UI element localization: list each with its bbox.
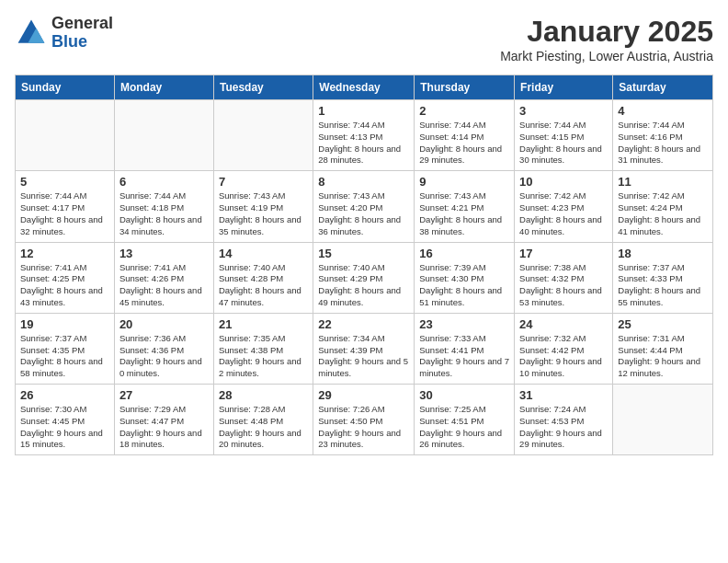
location-title: Markt Piesting, Lower Austria, Austria	[500, 49, 713, 63]
day-info: Sunrise: 7:40 AM Sunset: 4:28 PM Dayligh…	[219, 262, 308, 309]
day-info: Sunrise: 7:41 AM Sunset: 4:26 PM Dayligh…	[119, 262, 209, 309]
logo-icon	[15, 17, 48, 50]
day-number: 19	[20, 317, 109, 331]
day-info: Sunrise: 7:26 AM Sunset: 4:50 PM Dayligh…	[318, 404, 409, 451]
day-number: 17	[519, 247, 608, 260]
calendar-cell: 8Sunrise: 7:43 AM Sunset: 4:20 PM Daylig…	[313, 171, 415, 242]
calendar-cell	[16, 100, 115, 171]
week-row-2: 12Sunrise: 7:41 AM Sunset: 4:25 PM Dayli…	[16, 242, 713, 313]
weekday-friday: Friday	[515, 75, 613, 100]
day-info: Sunrise: 7:28 AM Sunset: 4:48 PM Dayligh…	[219, 404, 308, 451]
day-info: Sunrise: 7:44 AM Sunset: 4:18 PM Dayligh…	[119, 190, 209, 237]
day-number: 16	[419, 247, 509, 260]
calendar-cell: 30Sunrise: 7:25 AM Sunset: 4:51 PM Dayli…	[415, 385, 515, 455]
day-number: 4	[618, 104, 708, 118]
calendar-cell: 22Sunrise: 7:34 AM Sunset: 4:39 PM Dayli…	[313, 313, 415, 384]
day-number: 3	[519, 104, 608, 118]
calendar-cell: 26Sunrise: 7:30 AM Sunset: 4:45 PM Dayli…	[16, 385, 115, 455]
day-info: Sunrise: 7:43 AM Sunset: 4:20 PM Dayligh…	[318, 190, 409, 237]
logo: General Blue	[15, 15, 113, 52]
calendar-cell: 5Sunrise: 7:44 AM Sunset: 4:17 PM Daylig…	[16, 171, 115, 242]
calendar-cell: 6Sunrise: 7:44 AM Sunset: 4:18 PM Daylig…	[114, 171, 213, 242]
day-number: 23	[419, 317, 509, 331]
day-info: Sunrise: 7:40 AM Sunset: 4:29 PM Dayligh…	[318, 262, 409, 309]
page-header: General Blue January 2025 Markt Piesting…	[15, 15, 713, 63]
day-info: Sunrise: 7:43 AM Sunset: 4:21 PM Dayligh…	[419, 190, 509, 237]
calendar-body: 1Sunrise: 7:44 AM Sunset: 4:13 PM Daylig…	[16, 100, 713, 455]
day-number: 10	[519, 175, 608, 189]
day-number: 25	[618, 317, 708, 331]
day-number: 31	[519, 388, 608, 402]
title-block: January 2025 Markt Piesting, Lower Austr…	[500, 15, 713, 63]
calendar-cell: 14Sunrise: 7:40 AM Sunset: 4:28 PM Dayli…	[213, 242, 313, 313]
day-number: 14	[219, 247, 308, 260]
calendar-cell: 10Sunrise: 7:42 AM Sunset: 4:23 PM Dayli…	[515, 171, 613, 242]
weekday-monday: Monday	[114, 75, 213, 100]
day-info: Sunrise: 7:35 AM Sunset: 4:38 PM Dayligh…	[219, 333, 308, 380]
calendar-cell: 1Sunrise: 7:44 AM Sunset: 4:13 PM Daylig…	[313, 100, 415, 171]
logo-text: General Blue	[51, 15, 113, 52]
day-number: 8	[318, 175, 409, 189]
day-info: Sunrise: 7:42 AM Sunset: 4:23 PM Dayligh…	[519, 190, 608, 237]
day-info: Sunrise: 7:44 AM Sunset: 4:13 PM Dayligh…	[318, 120, 409, 167]
day-number: 13	[119, 247, 209, 260]
day-number: 30	[419, 388, 509, 402]
weekday-wednesday: Wednesday	[313, 75, 415, 100]
calendar-cell	[114, 100, 213, 171]
day-number: 9	[419, 175, 509, 189]
day-info: Sunrise: 7:29 AM Sunset: 4:47 PM Dayligh…	[119, 404, 209, 451]
month-title: January 2025	[500, 15, 713, 49]
weekday-header-row: SundayMondayTuesdayWednesdayThursdayFrid…	[16, 75, 713, 100]
calendar-table: SundayMondayTuesdayWednesdayThursdayFrid…	[15, 75, 713, 455]
calendar-cell: 20Sunrise: 7:36 AM Sunset: 4:36 PM Dayli…	[114, 313, 213, 384]
day-number: 24	[519, 317, 608, 331]
day-number: 26	[20, 388, 109, 402]
calendar-cell: 24Sunrise: 7:32 AM Sunset: 4:42 PM Dayli…	[515, 313, 613, 384]
week-row-3: 19Sunrise: 7:37 AM Sunset: 4:35 PM Dayli…	[16, 313, 713, 384]
calendar-cell: 18Sunrise: 7:37 AM Sunset: 4:33 PM Dayli…	[613, 242, 713, 313]
calendar-cell: 28Sunrise: 7:28 AM Sunset: 4:48 PM Dayli…	[213, 385, 313, 455]
day-number: 27	[119, 388, 209, 402]
day-number: 28	[219, 388, 308, 402]
day-info: Sunrise: 7:39 AM Sunset: 4:30 PM Dayligh…	[419, 262, 509, 309]
day-info: Sunrise: 7:32 AM Sunset: 4:42 PM Dayligh…	[519, 333, 608, 380]
day-number: 12	[20, 247, 109, 260]
day-number: 11	[618, 175, 708, 189]
day-number: 20	[119, 317, 209, 331]
weekday-tuesday: Tuesday	[213, 75, 313, 100]
day-number: 7	[219, 175, 308, 189]
day-info: Sunrise: 7:37 AM Sunset: 4:33 PM Dayligh…	[618, 262, 708, 309]
day-number: 22	[318, 317, 409, 331]
day-info: Sunrise: 7:30 AM Sunset: 4:45 PM Dayligh…	[20, 404, 109, 451]
day-info: Sunrise: 7:38 AM Sunset: 4:32 PM Dayligh…	[519, 262, 608, 309]
calendar-cell: 27Sunrise: 7:29 AM Sunset: 4:47 PM Dayli…	[114, 385, 213, 455]
day-info: Sunrise: 7:31 AM Sunset: 4:44 PM Dayligh…	[618, 333, 708, 380]
calendar-cell: 15Sunrise: 7:40 AM Sunset: 4:29 PM Dayli…	[313, 242, 415, 313]
day-number: 29	[318, 388, 409, 402]
day-info: Sunrise: 7:24 AM Sunset: 4:53 PM Dayligh…	[519, 404, 608, 451]
week-row-0: 1Sunrise: 7:44 AM Sunset: 4:13 PM Daylig…	[16, 100, 713, 171]
calendar-cell: 16Sunrise: 7:39 AM Sunset: 4:30 PM Dayli…	[415, 242, 515, 313]
day-number: 1	[318, 104, 409, 118]
day-number: 2	[419, 104, 509, 118]
day-info: Sunrise: 7:44 AM Sunset: 4:14 PM Dayligh…	[419, 120, 509, 167]
day-number: 5	[20, 175, 109, 189]
calendar-cell: 12Sunrise: 7:41 AM Sunset: 4:25 PM Dayli…	[16, 242, 115, 313]
calendar-cell: 11Sunrise: 7:42 AM Sunset: 4:24 PM Dayli…	[613, 171, 713, 242]
calendar-cell: 31Sunrise: 7:24 AM Sunset: 4:53 PM Dayli…	[515, 385, 613, 455]
calendar-cell: 19Sunrise: 7:37 AM Sunset: 4:35 PM Dayli…	[16, 313, 115, 384]
day-number: 15	[318, 247, 409, 260]
day-info: Sunrise: 7:37 AM Sunset: 4:35 PM Dayligh…	[20, 333, 109, 380]
calendar-cell: 29Sunrise: 7:26 AM Sunset: 4:50 PM Dayli…	[313, 385, 415, 455]
calendar-cell: 23Sunrise: 7:33 AM Sunset: 4:41 PM Dayli…	[415, 313, 515, 384]
day-info: Sunrise: 7:36 AM Sunset: 4:36 PM Dayligh…	[119, 333, 209, 380]
calendar-cell: 7Sunrise: 7:43 AM Sunset: 4:19 PM Daylig…	[213, 171, 313, 242]
week-row-1: 5Sunrise: 7:44 AM Sunset: 4:17 PM Daylig…	[16, 171, 713, 242]
day-number: 21	[219, 317, 308, 331]
weekday-thursday: Thursday	[415, 75, 515, 100]
day-info: Sunrise: 7:34 AM Sunset: 4:39 PM Dayligh…	[318, 333, 409, 380]
day-number: 6	[119, 175, 209, 189]
logo-blue-text: Blue	[51, 33, 113, 52]
day-info: Sunrise: 7:41 AM Sunset: 4:25 PM Dayligh…	[20, 262, 109, 309]
day-info: Sunrise: 7:44 AM Sunset: 4:15 PM Dayligh…	[519, 120, 608, 167]
